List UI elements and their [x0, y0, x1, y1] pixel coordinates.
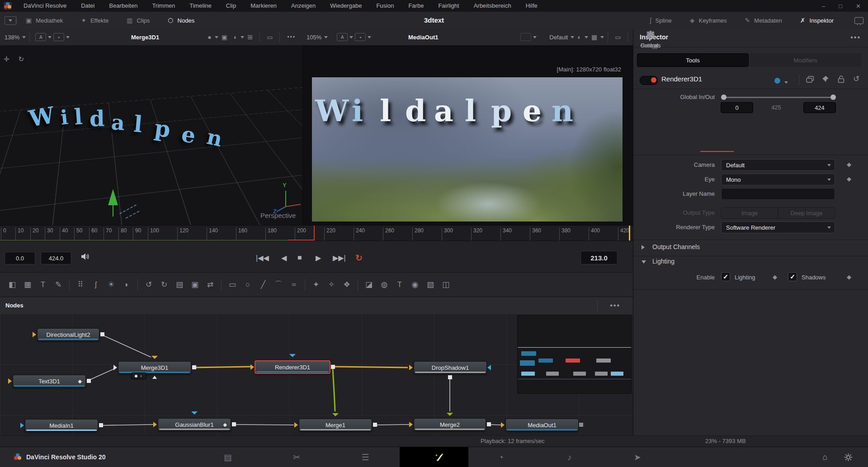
lighting-checkbox[interactable]: ✓	[721, 272, 730, 281]
tool-fastnoise[interactable]: ▦	[20, 278, 35, 292]
menu-item[interactable]: Anzeigen	[284, 0, 323, 12]
slider-handle-out[interactable]	[830, 94, 836, 100]
tab-settings[interactable]: ✱ Settings	[633, 29, 668, 49]
chevron-down-icon[interactable]	[215, 36, 218, 40]
pagebar-item-inspektor[interactable]: ✗ Inspektor	[791, 15, 843, 26]
chevron-down-icon[interactable]	[349, 36, 353, 40]
view-mode-label[interactable]: Perspective	[260, 212, 296, 219]
layer-select-button[interactable]: ▪	[355, 33, 366, 41]
node-mask-input-marker[interactable]	[487, 365, 491, 370]
tab-modifiers[interactable]: Modifiers	[750, 53, 861, 67]
slider-handle-in[interactable]	[721, 94, 726, 100]
pagebar-item-keyframes[interactable]: ◈ Keyframes	[681, 15, 736, 26]
tool-paint[interactable]: ✎	[51, 278, 66, 292]
play-button[interactable]: ▶	[316, 252, 321, 264]
page-edit[interactable]: ☰	[355, 447, 376, 467]
node-directionallight2[interactable]: DirectionalLight2 ◆	[37, 328, 99, 341]
tool-wand-mask[interactable]: ≈	[286, 278, 302, 292]
page-color[interactable]: ◔	[491, 447, 511, 467]
node-top-input-marker[interactable]	[289, 354, 296, 357]
chevron-down-icon[interactable]	[22, 36, 26, 40]
right-viewer-zoom-level[interactable]: 105%	[302, 34, 324, 41]
clean-feed-icon[interactable]	[854, 17, 863, 24]
node-renderer3d1[interactable]: Renderer3D1 ◆	[255, 360, 330, 374]
menu-item[interactable]: Arbeitsbereich	[467, 0, 519, 12]
range-in-field[interactable]: 0.0	[5, 252, 35, 264]
node-top-input-marker[interactable]	[151, 356, 158, 359]
versions-icon[interactable]	[806, 76, 814, 83]
menu-item[interactable]: DaVinci Resolve	[16, 0, 74, 12]
menu-item[interactable]: Wiedergabe	[323, 0, 369, 12]
menu-item[interactable]: Markieren	[243, 0, 284, 12]
toolbar-divider[interactable]	[305, 279, 305, 291]
go-to-end-button[interactable]: ▶▶|	[333, 252, 346, 264]
nodes-options-menu[interactable]: •••	[610, 297, 620, 314]
shadows-checkbox[interactable]: ✓	[788, 272, 797, 281]
tool-crop[interactable]: ▣	[187, 278, 203, 292]
lut-select[interactable]: Default	[545, 34, 571, 41]
tool-pmerge[interactable]: ✧	[324, 278, 339, 292]
channel-select-button[interactable]: A	[35, 33, 46, 41]
node-enable-toggle[interactable]	[640, 76, 658, 85]
eye-dropdown[interactable]: Mono	[721, 174, 835, 185]
inspector-options-menu[interactable]: •••	[850, 33, 861, 42]
timeline-ruler[interactable]: 0 10 20 30 40 50 60 70 80 90 100 120 140…	[0, 225, 633, 241]
tool-merge3d[interactable]: ◉	[407, 278, 423, 292]
node-merge3d1[interactable]: Merge3D1 ◆	[118, 361, 191, 374]
tool-polygon-mask[interactable]: ╱	[255, 278, 271, 292]
page-deliver[interactable]: ➤	[627, 447, 648, 467]
reset-icon[interactable]: ↺	[853, 74, 859, 84]
color-wheels-icon[interactable]: ◐	[577, 33, 581, 41]
node-top-input-marker[interactable]	[447, 413, 453, 416]
node-mediain1[interactable]: MediaIn1 ◆	[25, 419, 98, 432]
chevron-down-icon[interactable]	[241, 36, 244, 40]
menu-item[interactable]: Bearbeiten	[102, 0, 145, 12]
tool-ellipse-mask[interactable]: ○	[240, 278, 255, 292]
chevron-down-icon[interactable]	[585, 36, 588, 40]
page-fairlight[interactable]: ♪	[559, 447, 580, 467]
menu-item[interactable]: Trimmen	[145, 0, 182, 12]
ab-buffer-icon[interactable]: ▣	[222, 33, 227, 41]
color-picker-icon[interactable]: ●	[208, 33, 211, 41]
toolbar-divider[interactable]	[137, 279, 138, 291]
tool-flip[interactable]: ⇄	[203, 278, 218, 292]
directional-light-gizmo[interactable]	[108, 189, 118, 205]
chevron-down-icon[interactable]	[600, 36, 604, 40]
menu-item[interactable]: Datei	[74, 0, 102, 12]
minimize-icon[interactable]: –	[822, 3, 825, 9]
global-in-out-slider[interactable]	[723, 97, 834, 98]
tool-pemitter[interactable]: ✦	[308, 278, 324, 292]
output-type-deep-image-button[interactable]: Deep Image	[778, 207, 835, 219]
tool-text3d[interactable]: T	[392, 278, 407, 292]
chevron-down-icon[interactable]	[66, 36, 70, 40]
roi-button[interactable]	[520, 33, 531, 41]
tool-colorcurves[interactable]: ʃ	[88, 278, 104, 292]
chevron-down-icon[interactable]	[324, 36, 328, 40]
menu-item[interactable]: Farbe	[401, 0, 431, 12]
chevron-down-icon[interactable]	[48, 36, 52, 40]
page-media[interactable]: ▤	[217, 447, 238, 467]
tab-tools[interactable]: Tools	[637, 53, 749, 67]
keyframe-diamond-icon[interactable]: ◆	[847, 175, 851, 182]
menu-item[interactable]: Timeline	[182, 0, 219, 12]
audio-mute-icon[interactable]	[80, 253, 90, 260]
section-output-channels[interactable]: Output Channels	[652, 243, 700, 250]
pin-icon[interactable]	[822, 75, 830, 84]
frame-all-icon[interactable]: ▭	[615, 33, 621, 41]
tool-transform[interactable]: ↺	[141, 278, 156, 292]
menu-item[interactable]: Hilfe	[519, 0, 545, 12]
play-reverse-button[interactable]: ◀	[281, 252, 287, 264]
node-tile-color-icon[interactable]	[774, 78, 780, 84]
loop-button[interactable]: ↻	[355, 252, 363, 264]
toolbar-divider[interactable]	[221, 279, 222, 291]
toolbar-divider[interactable]	[358, 279, 358, 291]
toolbar-divider[interactable]	[69, 279, 70, 291]
pagebar-item-metadaten[interactable]: ✎ Metadaten	[736, 15, 791, 26]
fusion-wand-icon[interactable]: ✦✦✦	[429, 447, 450, 467]
right-viewer-viewport[interactable]: [Main]: 1280x720 float32 W i l d a l p e…	[302, 45, 633, 225]
tool-camera3d[interactable]: ▧	[423, 278, 438, 292]
layer-select-button[interactable]: ▪	[53, 33, 64, 41]
close-icon[interactable]: ✕	[856, 3, 861, 9]
color-wheels-icon[interactable]: ◐	[234, 33, 237, 41]
stop-button[interactable]: ■	[297, 252, 302, 264]
